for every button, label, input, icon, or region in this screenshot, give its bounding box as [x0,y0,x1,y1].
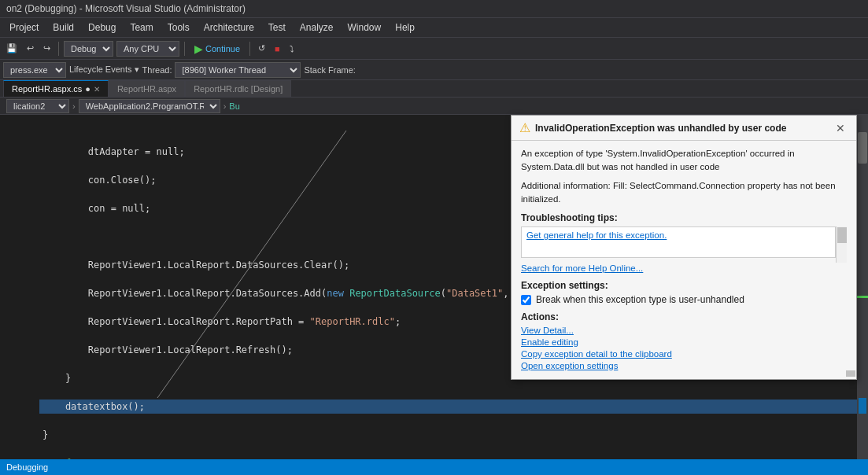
breadcrumb-project-dropdown[interactable]: lication2 [6,99,69,113]
sep3 [249,42,250,56]
title-bar: on2 (Debugging) - Microsoft Visual Studi… [0,0,868,18]
debug-toolbar: press.exe Lifecycle Events ▾ Thread: [89… [0,60,868,80]
tab-label-2: ReportHR.rdlc [Design] [194,84,283,94]
tip-link[interactable]: Get general help for this exception. [526,230,667,240]
sep1 [58,42,59,56]
search-help-link[interactable]: Search for more Help Online... [521,263,643,273]
tip-scrollbar[interactable] [836,226,847,263]
main-toolbar: 💾 ↩ ↪ Debug Any CPU ▶ Continue ↺ ■ ⤵ [0,38,868,60]
scroll-marker-1 [857,296,868,298]
view-detail-link[interactable]: View Detail... [521,326,847,335]
line-numbers [11,115,39,461]
continue-button[interactable]: ▶ Continue [190,41,245,57]
gutter [0,115,11,461]
stop-btn[interactable]: ■ [271,42,283,55]
tip-content: Get general help for this exception. [521,226,836,263]
checkbox-label: Break when this exception type is user-u… [536,294,744,305]
status-text: Debugging [6,462,48,472]
scroll-thumb[interactable] [858,132,867,164]
tab-label-1: ReportHR.aspx [117,84,176,94]
editor-area: dtAdapter = null; con.Close(); con = nul… [0,115,868,461]
exception-message2: Additional information: Fill: SelectComm… [521,179,847,207]
troubleshooting-title: Troubleshooting tips: [521,212,847,223]
menu-item-build[interactable]: Build [46,20,80,35]
toolbar-undo-btn[interactable]: ↩ [24,42,37,55]
stack-frame-label: Stack Frame: [304,65,355,75]
play-icon: ▶ [194,42,203,55]
unhandled-checkbox[interactable] [521,295,531,305]
close-icon-0[interactable]: ✕ [94,85,100,94]
menu-item-debug[interactable]: Debug [82,20,122,35]
exception-title-bar: ⚠ InvalidOperationException was unhandle… [512,116,856,141]
menu-item-tools[interactable]: Tools [161,20,196,35]
exception-settings-title: Exception settings: [521,280,847,291]
open-settings-link[interactable]: Open exception settings [521,361,847,370]
restart-btn[interactable]: ↺ [255,42,268,55]
step-over-btn[interactable]: ⤵ [286,42,297,55]
actions-section: Actions: View Detail... Enable editing C… [521,311,847,370]
tabs-bar: ReportHR.aspx.cs ● ✕ ReportHR.aspx Repor… [0,80,868,98]
breadcrumb-member-icon: Bu [229,101,239,111]
thread-label: Thread: [142,65,172,75]
scroll-marker-2 [859,398,866,414]
exception-dialog: ⚠ InvalidOperationException was unhandle… [511,115,857,380]
tab-reporthr-cs[interactable]: ReportHR.aspx.cs ● ✕ [3,80,109,97]
platform-dropdown[interactable]: Any CPU [116,41,179,57]
exception-message1: An exception of type 'System.InvalidOper… [521,147,847,175]
enable-editing-link[interactable]: Enable editing [521,337,847,347]
status-bar: Debugging [0,459,868,475]
menu-item-test[interactable]: Test [262,20,292,35]
breadcrumb-separator: › [72,101,76,111]
target-dropdown[interactable]: press.exe [3,62,66,78]
debug-mode-dropdown[interactable]: Debug [64,41,113,57]
menu-item-window[interactable]: Window [342,20,388,35]
actions-title: Actions: [521,311,847,322]
thread-dropdown[interactable]: [8960] Worker Thread [175,62,301,78]
exception-settings-section: Exception settings: Break when this exce… [521,280,847,305]
exception-title-text: InvalidOperationException was unhandled … [535,123,828,134]
editor-scrollbar[interactable] [857,115,868,461]
exception-body: An exception of type 'System.InvalidOper… [512,141,856,379]
toolbar-save-btn[interactable]: 💾 [3,42,20,55]
breadcrumb-separator2: › [223,101,227,111]
menu-item-team[interactable]: Team [124,20,159,35]
menu-bar: Project Build Debug Team Tools Architect… [0,18,868,38]
menu-item-help[interactable]: Help [389,20,421,35]
tab-dirty-0: ● [85,84,90,94]
tab-label-0: ReportHR.aspx.cs [12,84,82,94]
troubleshooting-section: Troubleshooting tips: Get general help f… [521,212,847,274]
copy-exception-link[interactable]: Copy exception detail to the clipboard [521,349,847,359]
tip-area: Get general help for this exception. [521,226,847,263]
tab-reporthr-rdlc[interactable]: ReportHR.rdlc [Design] [185,80,291,97]
lifecycle-label: Lifecycle Events ▾ [69,64,139,75]
menu-item-analyze[interactable]: Analyze [294,20,340,35]
menu-item-architecture[interactable]: Architecture [198,20,260,35]
title-text: on2 (Debugging) - Microsoft Visual Studi… [6,3,246,14]
tab-reporthr-aspx[interactable]: ReportHR.aspx [109,80,185,97]
tip-box: Get general help for this exception. [521,226,836,258]
code-line-11: } [39,428,857,442]
warning-icon: ⚠ [519,120,530,135]
continue-label: Continue [205,44,240,53]
exception-close-button[interactable]: ✕ [833,122,848,134]
checkbox-row: Break when this exception type is user-u… [521,294,847,305]
sep2 [184,42,185,56]
breadcrumb-namespace-dropdown[interactable]: WebApplication2.ProgramOT.ReportHR.Repor… [79,99,220,113]
toolbar-redo-btn[interactable]: ↪ [40,42,54,55]
code-line-10: datatextbox(); [39,400,857,414]
menu-item-project[interactable]: Project [3,20,45,35]
breadcrumb-bar: lication2 › WebApplication2.ProgramOT.Re… [0,98,868,115]
